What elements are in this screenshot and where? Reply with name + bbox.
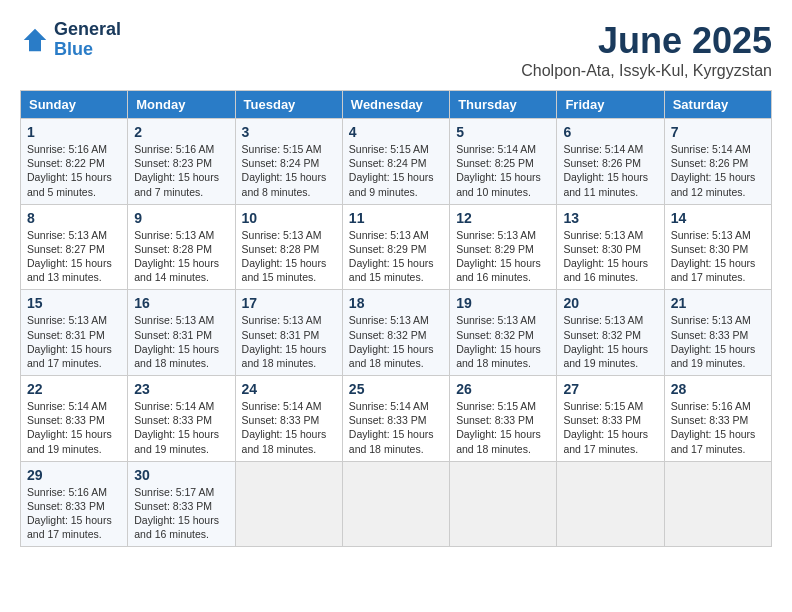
empty-cell: [557, 461, 664, 547]
day-detail: Sunrise: 5:13 AMSunset: 8:30 PMDaylight:…: [671, 228, 765, 285]
logo: General Blue: [20, 20, 121, 60]
day-detail: Sunrise: 5:13 AMSunset: 8:32 PMDaylight:…: [563, 313, 657, 370]
day-number: 24: [242, 381, 336, 397]
day-cell-20: 20Sunrise: 5:13 AMSunset: 8:32 PMDayligh…: [557, 290, 664, 376]
day-number: 12: [456, 210, 550, 226]
day-number: 26: [456, 381, 550, 397]
day-cell-17: 17Sunrise: 5:13 AMSunset: 8:31 PMDayligh…: [235, 290, 342, 376]
day-detail: Sunrise: 5:13 AMSunset: 8:29 PMDaylight:…: [349, 228, 443, 285]
day-number: 8: [27, 210, 121, 226]
day-detail: Sunrise: 5:14 AMSunset: 8:33 PMDaylight:…: [27, 399, 121, 456]
day-cell-4: 4Sunrise: 5:15 AMSunset: 8:24 PMDaylight…: [342, 119, 449, 205]
day-number: 13: [563, 210, 657, 226]
day-cell-14: 14Sunrise: 5:13 AMSunset: 8:30 PMDayligh…: [664, 204, 771, 290]
day-detail: Sunrise: 5:13 AMSunset: 8:31 PMDaylight:…: [134, 313, 228, 370]
calendar-week-row: 1Sunrise: 5:16 AMSunset: 8:22 PMDaylight…: [21, 119, 772, 205]
day-cell-21: 21Sunrise: 5:13 AMSunset: 8:33 PMDayligh…: [664, 290, 771, 376]
day-number: 3: [242, 124, 336, 140]
logo-blue: Blue: [54, 39, 93, 59]
day-number: 29: [27, 467, 121, 483]
logo-text: General Blue: [54, 20, 121, 60]
day-number: 25: [349, 381, 443, 397]
calendar-header-row: Sunday Monday Tuesday Wednesday Thursday…: [21, 91, 772, 119]
day-cell-15: 15Sunrise: 5:13 AMSunset: 8:31 PMDayligh…: [21, 290, 128, 376]
day-detail: Sunrise: 5:13 AMSunset: 8:31 PMDaylight:…: [27, 313, 121, 370]
col-thursday: Thursday: [450, 91, 557, 119]
day-cell-23: 23Sunrise: 5:14 AMSunset: 8:33 PMDayligh…: [128, 376, 235, 462]
day-detail: Sunrise: 5:14 AMSunset: 8:33 PMDaylight:…: [242, 399, 336, 456]
col-friday: Friday: [557, 91, 664, 119]
day-detail: Sunrise: 5:15 AMSunset: 8:24 PMDaylight:…: [349, 142, 443, 199]
main-title: June 2025: [521, 20, 772, 62]
day-detail: Sunrise: 5:14 AMSunset: 8:25 PMDaylight:…: [456, 142, 550, 199]
day-cell-27: 27Sunrise: 5:15 AMSunset: 8:33 PMDayligh…: [557, 376, 664, 462]
day-detail: Sunrise: 5:14 AMSunset: 8:26 PMDaylight:…: [671, 142, 765, 199]
day-detail: Sunrise: 5:13 AMSunset: 8:33 PMDaylight:…: [671, 313, 765, 370]
day-cell-3: 3Sunrise: 5:15 AMSunset: 8:24 PMDaylight…: [235, 119, 342, 205]
day-cell-25: 25Sunrise: 5:14 AMSunset: 8:33 PMDayligh…: [342, 376, 449, 462]
empty-cell: [450, 461, 557, 547]
day-cell-1: 1Sunrise: 5:16 AMSunset: 8:22 PMDaylight…: [21, 119, 128, 205]
col-tuesday: Tuesday: [235, 91, 342, 119]
day-number: 21: [671, 295, 765, 311]
svg-marker-0: [24, 29, 47, 52]
day-detail: Sunrise: 5:15 AMSunset: 8:33 PMDaylight:…: [456, 399, 550, 456]
col-monday: Monday: [128, 91, 235, 119]
day-number: 30: [134, 467, 228, 483]
day-detail: Sunrise: 5:13 AMSunset: 8:30 PMDaylight:…: [563, 228, 657, 285]
day-number: 5: [456, 124, 550, 140]
logo-general: General: [54, 19, 121, 39]
calendar-week-row: 22Sunrise: 5:14 AMSunset: 8:33 PMDayligh…: [21, 376, 772, 462]
day-number: 28: [671, 381, 765, 397]
day-detail: Sunrise: 5:15 AMSunset: 8:24 PMDaylight:…: [242, 142, 336, 199]
day-detail: Sunrise: 5:13 AMSunset: 8:29 PMDaylight:…: [456, 228, 550, 285]
day-cell-19: 19Sunrise: 5:13 AMSunset: 8:32 PMDayligh…: [450, 290, 557, 376]
day-cell-2: 2Sunrise: 5:16 AMSunset: 8:23 PMDaylight…: [128, 119, 235, 205]
day-number: 15: [27, 295, 121, 311]
day-detail: Sunrise: 5:16 AMSunset: 8:22 PMDaylight:…: [27, 142, 121, 199]
day-detail: Sunrise: 5:14 AMSunset: 8:33 PMDaylight:…: [134, 399, 228, 456]
day-detail: Sunrise: 5:13 AMSunset: 8:28 PMDaylight:…: [134, 228, 228, 285]
day-cell-12: 12Sunrise: 5:13 AMSunset: 8:29 PMDayligh…: [450, 204, 557, 290]
day-number: 27: [563, 381, 657, 397]
day-cell-28: 28Sunrise: 5:16 AMSunset: 8:33 PMDayligh…: [664, 376, 771, 462]
day-number: 10: [242, 210, 336, 226]
col-sunday: Sunday: [21, 91, 128, 119]
day-number: 9: [134, 210, 228, 226]
day-detail: Sunrise: 5:16 AMSunset: 8:23 PMDaylight:…: [134, 142, 228, 199]
calendar-week-row: 15Sunrise: 5:13 AMSunset: 8:31 PMDayligh…: [21, 290, 772, 376]
day-number: 20: [563, 295, 657, 311]
day-detail: Sunrise: 5:13 AMSunset: 8:27 PMDaylight:…: [27, 228, 121, 285]
day-cell-10: 10Sunrise: 5:13 AMSunset: 8:28 PMDayligh…: [235, 204, 342, 290]
title-block: June 2025 Cholpon-Ata, Issyk-Kul, Kyrgyz…: [521, 20, 772, 80]
day-number: 11: [349, 210, 443, 226]
day-detail: Sunrise: 5:13 AMSunset: 8:28 PMDaylight:…: [242, 228, 336, 285]
subtitle: Cholpon-Ata, Issyk-Kul, Kyrgyzstan: [521, 62, 772, 80]
day-cell-9: 9Sunrise: 5:13 AMSunset: 8:28 PMDaylight…: [128, 204, 235, 290]
day-number: 7: [671, 124, 765, 140]
day-number: 16: [134, 295, 228, 311]
empty-cell: [235, 461, 342, 547]
day-cell-30: 30Sunrise: 5:17 AMSunset: 8:33 PMDayligh…: [128, 461, 235, 547]
day-cell-5: 5Sunrise: 5:14 AMSunset: 8:25 PMDaylight…: [450, 119, 557, 205]
day-number: 6: [563, 124, 657, 140]
day-cell-6: 6Sunrise: 5:14 AMSunset: 8:26 PMDaylight…: [557, 119, 664, 205]
day-detail: Sunrise: 5:17 AMSunset: 8:33 PMDaylight:…: [134, 485, 228, 542]
day-cell-26: 26Sunrise: 5:15 AMSunset: 8:33 PMDayligh…: [450, 376, 557, 462]
logo-icon: [20, 25, 50, 55]
day-detail: Sunrise: 5:13 AMSunset: 8:31 PMDaylight:…: [242, 313, 336, 370]
day-cell-8: 8Sunrise: 5:13 AMSunset: 8:27 PMDaylight…: [21, 204, 128, 290]
day-cell-24: 24Sunrise: 5:14 AMSunset: 8:33 PMDayligh…: [235, 376, 342, 462]
day-detail: Sunrise: 5:13 AMSunset: 8:32 PMDaylight:…: [349, 313, 443, 370]
calendar-week-row: 8Sunrise: 5:13 AMSunset: 8:27 PMDaylight…: [21, 204, 772, 290]
day-cell-13: 13Sunrise: 5:13 AMSunset: 8:30 PMDayligh…: [557, 204, 664, 290]
day-detail: Sunrise: 5:14 AMSunset: 8:26 PMDaylight:…: [563, 142, 657, 199]
page-header: General Blue June 2025 Cholpon-Ata, Issy…: [20, 20, 772, 80]
day-detail: Sunrise: 5:16 AMSunset: 8:33 PMDaylight:…: [27, 485, 121, 542]
day-number: 2: [134, 124, 228, 140]
day-cell-18: 18Sunrise: 5:13 AMSunset: 8:32 PMDayligh…: [342, 290, 449, 376]
day-number: 17: [242, 295, 336, 311]
day-cell-29: 29Sunrise: 5:16 AMSunset: 8:33 PMDayligh…: [21, 461, 128, 547]
col-saturday: Saturday: [664, 91, 771, 119]
day-cell-7: 7Sunrise: 5:14 AMSunset: 8:26 PMDaylight…: [664, 119, 771, 205]
